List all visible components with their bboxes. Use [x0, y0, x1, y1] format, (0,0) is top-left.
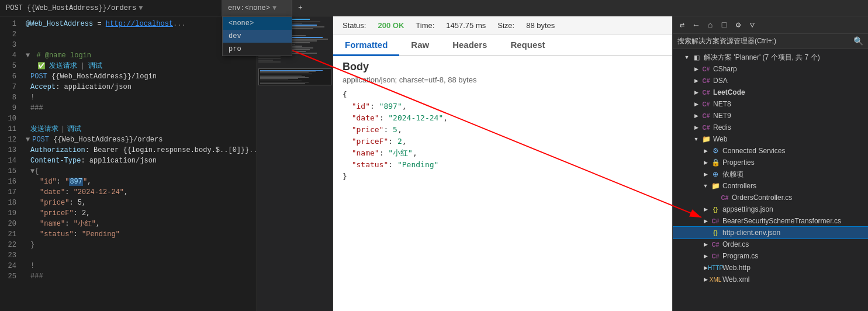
env-value: <none> [245, 4, 270, 12]
response-tabs: Formatted Raw Headers Request [333, 35, 672, 56]
arrow: ▶ [701, 253, 710, 259]
arrow: ▶ [701, 277, 710, 282]
appsettings-label: appsettings.json [722, 205, 773, 213]
tree-item-webhttp[interactable]: ▶ HTTP Web.http [673, 262, 868, 274]
cs-icon: C# [701, 125, 711, 131]
tree-item-httpenv[interactable]: ▶ {} http-client.env.json [673, 227, 868, 239]
properties-label: Properties [722, 158, 755, 167]
webhttp-label: Web.http [722, 264, 751, 272]
webxml-label: Web.xml [722, 275, 749, 284]
time-val: 1457.75 ms [446, 21, 486, 30]
arrow: ▶ [701, 241, 710, 247]
cs-icon: C# [710, 218, 721, 224]
tree-item-deps[interactable]: ▶ ⊕ 依赖项 [673, 168, 868, 180]
tree-item-program[interactable]: ▶ C# Program.cs [673, 250, 868, 262]
tree-item-appsettings[interactable]: ▶ {} appsettings.json [673, 203, 868, 215]
code-line-15: "id": "897", [26, 177, 257, 187]
env-label: env: [228, 4, 245, 12]
tree-item-net9[interactable]: ▶ C# NET9 [673, 110, 868, 122]
response-status-bar: Status: 200 OK Time: 1457.75 ms Size: 88… [333, 16, 672, 35]
cs-icon: C# [701, 89, 711, 96]
code-line-16: "date": "2024-12-24", [26, 187, 257, 198]
tab-raw[interactable]: Raw [399, 35, 441, 56]
env-option-none[interactable]: <none> [223, 17, 292, 30]
arrow: ▶ [691, 89, 701, 95]
solution-root[interactable]: ▼ ◧ 解决方案 'Planner' (7 个项目, 共 7 个) [673, 51, 868, 63]
tab-headers[interactable]: Headers [441, 35, 499, 56]
size-val: 88 bytes [526, 21, 555, 30]
tree-item-connected-services[interactable]: ▶ ⚙ Connected Services [673, 145, 868, 157]
tree-item-net8[interactable]: ▶ C# NET8 [673, 98, 868, 110]
web-label: Web [713, 135, 727, 143]
code-line-20: "status": "Pending" [26, 229, 257, 240]
arrow: ▼ [691, 136, 701, 142]
tree-item-bearer[interactable]: ▶ C# BearerSecuritySchemeTransformer.cs [673, 215, 868, 227]
arrow: ▶ [701, 218, 710, 224]
cs-icon: C# [701, 78, 711, 84]
sync-icon[interactable]: ⇄ [676, 19, 688, 31]
tab-formatted[interactable]: Formatted [333, 35, 399, 56]
tree-item-csharp[interactable]: ▶ C# CSharp [673, 63, 868, 75]
solution-icon: ◧ [691, 54, 702, 61]
leetcode-label: LeetCode [713, 88, 745, 96]
folder-icon: 📁 [710, 182, 721, 190]
code-line-8: ### [26, 103, 257, 113]
tree-item-web[interactable]: ▼ 📁 Web [673, 133, 868, 145]
tree-item-redis[interactable]: ▶ C# Redis [673, 122, 868, 133]
arrow: ▶ [701, 171, 710, 177]
add-icon: + [298, 4, 303, 12]
env-selector[interactable]: env: <none> ▼ <none> dev pro [222, 0, 292, 16]
root-arrow: ▼ [682, 54, 691, 60]
arrow: ▼ [701, 183, 710, 189]
code-line-19: "name": "小红", [26, 219, 257, 229]
status-label: Status: [343, 21, 366, 30]
code-line-9 [26, 113, 257, 124]
json-icon: {} [710, 230, 721, 236]
request-path[interactable]: POST {{Web_HostAddress}}/orders ▼ [0, 0, 222, 16]
env-dropdown: <none> dev pro [222, 16, 292, 56]
code-line-5: POST {{Web_HostAddress}}/login [26, 71, 257, 82]
tree-item-controllers[interactable]: ▼ 📁 Controllers [673, 180, 868, 192]
net9-label: NET9 [713, 112, 731, 120]
solution-search-bar: 搜索解决方案资源管理器(Ctrl+;) 🔍 [673, 34, 868, 49]
tree-item-properties[interactable]: ▶ 🔒 Properties [673, 157, 868, 168]
solution-toolbar: ⇄ ← ⌂ □ ⚙ ▽ [673, 16, 868, 34]
code-editor[interactable]: @Web_HostAddress = http://localhost... ▼… [21, 16, 257, 311]
tree-item-orderscontroller[interactable]: ▶ C# OrdersController.cs [673, 192, 868, 203]
cs-icon: C# [710, 241, 721, 248]
home-icon[interactable]: ⌂ [704, 19, 716, 31]
code-line-12: Authorization: Bearer {{login.response.b… [26, 145, 257, 156]
add-request-button[interactable]: + [292, 0, 309, 16]
tree-item-dsa[interactable]: ▶ C# DSA [673, 75, 868, 87]
tree-item-webxml[interactable]: ▶ XML Web.xml [673, 274, 868, 285]
httpenv-label: http-client.env.json [722, 229, 780, 237]
settings-icon[interactable]: ⚙ [732, 19, 744, 31]
env-option-pro[interactable]: pro [223, 43, 292, 56]
code-line-21: } [26, 240, 257, 250]
order-label: Order.cs [722, 240, 749, 248]
cs-icon: C# [720, 195, 730, 201]
code-line-7: ! [26, 92, 257, 103]
code-line-17: "price": 5, [26, 198, 257, 208]
tab-request[interactable]: Request [499, 35, 556, 56]
show-all-icon[interactable]: □ [718, 19, 730, 31]
search-icon[interactable]: 🔍 [853, 36, 863, 46]
env-option-dev[interactable]: dev [223, 30, 292, 43]
program-label: Program.cs [722, 252, 758, 260]
back-icon[interactable]: ← [690, 19, 702, 31]
arrow: ▶ [691, 66, 701, 72]
status-code: 200 OK [378, 21, 404, 30]
cs-icon: C# [701, 66, 711, 72]
json-icon: {} [710, 206, 721, 213]
response-panel: Status: 200 OK Time: 1457.75 ms Size: 88… [333, 16, 672, 311]
time-label: Time: [416, 21, 434, 30]
arrow: ▶ [691, 125, 701, 130]
cs-icon: C# [710, 253, 721, 260]
filter-icon[interactable]: ▽ [746, 19, 758, 31]
arrow: ▶ [691, 101, 701, 107]
solution-label: 解决方案 'Planner' (7 个项目, 共 7 个) [704, 53, 820, 63]
connected-services-label: Connected Services [722, 147, 785, 155]
tree-item-leetcode[interactable]: ▶ C# LeetCode [673, 87, 868, 98]
tree-item-order[interactable]: ▶ C# Order.cs [673, 239, 868, 250]
dsa-label: DSA [713, 77, 728, 85]
